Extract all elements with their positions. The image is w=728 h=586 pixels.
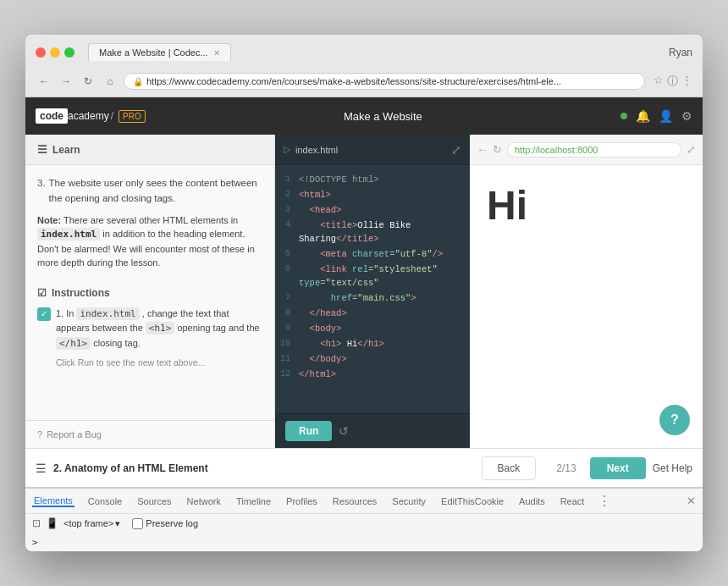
console-cursor: >	[32, 537, 38, 548]
code-editor[interactable]: 1 <!DOCTYPE html> 2 <html> 3 <head> 4 <t…	[275, 165, 470, 413]
left-panel: ☰ Learn 3. The website user only sees th…	[25, 135, 275, 448]
codecademy-logo: code academy / PRO	[36, 108, 146, 124]
traffic-light-yellow[interactable]	[50, 47, 60, 58]
get-help-button[interactable]: Get Help	[653, 462, 692, 474]
nav-home-button[interactable]: ⌂	[102, 73, 119, 90]
code-line: 3 <head>	[275, 202, 470, 218]
preview-reload-button[interactable]: ↻	[493, 143, 502, 156]
report-bug-link[interactable]: ? Report a Bug	[25, 420, 274, 448]
chevron-down-icon[interactable]: ▾	[115, 518, 120, 529]
devtools-tab-react[interactable]: React	[559, 496, 587, 506]
file-tab[interactable]: ▷ index.html	[284, 144, 338, 155]
https-icon: 🔒	[133, 77, 143, 86]
run-button[interactable]: Run	[285, 421, 332, 441]
browser-tab-active[interactable]: Make a Website | Codec... ✕	[88, 43, 231, 61]
devtools-cursor-icon[interactable]: ⊡	[32, 517, 41, 529]
traffic-light-green[interactable]	[64, 47, 74, 58]
logo-slash: /	[111, 110, 113, 122]
devtools-tab-audits[interactable]: Audits	[517, 496, 547, 506]
url-text: https://www.codecademy.com/en/courses/ma…	[146, 76, 561, 86]
frame-selector[interactable]: <top frame> ▾	[63, 518, 120, 529]
nav-reload-button[interactable]: ↻	[80, 73, 97, 90]
learn-header: ☰ Learn	[25, 135, 274, 165]
preserve-log-checkbox[interactable]: Preserve log	[132, 518, 198, 529]
instruction-checkbox: ✓	[37, 307, 51, 321]
preview-url-bar[interactable]: http://localhost:8000	[507, 142, 681, 158]
note-box: Note: There are several other HTML eleme…	[37, 213, 262, 270]
connection-status-dot	[620, 113, 627, 119]
code-line: 11 </body>	[275, 351, 470, 367]
devtools-tab-profiles[interactable]: Profiles	[284, 496, 319, 506]
tab-title: Make a Website | Codec...	[99, 47, 208, 58]
devtools-mobile-icon[interactable]: 📱	[46, 517, 58, 529]
nav-back-button[interactable]: ←	[36, 73, 52, 90]
tab-close-icon[interactable]: ✕	[213, 48, 220, 58]
checkbox-icon: ☑	[37, 285, 47, 301]
devtools-tab-network[interactable]: Network	[185, 496, 223, 506]
code-line: 1 <!DOCTYPE html>	[275, 172, 470, 187]
devtools-toolbar: ⊡ 📱 <top frame> ▾ Preserve log	[25, 514, 703, 533]
code-line: 12 </html>	[275, 367, 470, 382]
url-bar[interactable]: 🔒 https://www.codecademy.com/en/courses/…	[124, 73, 645, 90]
code-line: 5 <meta charset="utf-8"/>	[275, 246, 470, 262]
devtools-tab-resources[interactable]: Resources	[331, 496, 379, 506]
preview-panel: ← ↻ http://localhost:8000 ⤢ Hi ?	[470, 135, 703, 448]
devtools-tab-sources[interactable]: Sources	[135, 496, 173, 506]
devtools-panel: Elements Console Sources Network Timelin…	[25, 487, 703, 551]
devtools-tab-security[interactable]: Security	[390, 496, 427, 506]
help-bubble-button[interactable]: ?	[659, 405, 690, 435]
code-line: 8 </head>	[275, 306, 470, 321]
next-button[interactable]: Next	[590, 457, 646, 479]
devtools-console-content: >	[25, 533, 703, 551]
devtools-tab-elements[interactable]: Elements	[32, 495, 74, 507]
bookmark-icon[interactable]: ☆	[654, 74, 664, 89]
preview-header: ← ↻ http://localhost:8000 ⤢	[470, 135, 703, 165]
learn-icon: ☰	[37, 143, 47, 156]
preview-heading: Hi	[487, 182, 686, 229]
menu-icon[interactable]: ⋮	[681, 74, 692, 89]
preview-back-button[interactable]: ←	[477, 143, 488, 156]
devtools-tab-console[interactable]: Console	[86, 496, 124, 506]
editor-expand-icon[interactable]: ⤢	[451, 143, 461, 157]
nav-forward-button[interactable]: →	[58, 73, 74, 90]
devtools-tabs-bar: Elements Console Sources Network Timelin…	[25, 489, 703, 514]
app-title: Make a Website	[146, 110, 620, 123]
code-line: 7 href="main.css">	[275, 290, 470, 306]
bell-icon[interactable]: 🔔	[636, 109, 650, 123]
code-line: 6 <link rel="stylesheet" type="text/css"	[275, 262, 470, 290]
logo-academy: academy	[68, 110, 109, 122]
hamburger-icon[interactable]: ☰	[36, 462, 47, 475]
logo-code: code	[36, 108, 68, 124]
code-line: 4 <title>Ollie Bike Sharing</title>	[275, 218, 470, 246]
devtools-tab-timeline[interactable]: Timeline	[234, 496, 273, 506]
refresh-icon[interactable]: ↺	[339, 424, 349, 438]
bottom-nav: ☰ 2. Anatomy of an HTML Element Back 2/1…	[25, 448, 703, 487]
file-icon: ▷	[284, 144, 290, 155]
learn-label: Learn	[52, 144, 80, 156]
instruction-item-1: ✓ 1. In index.html , change the text tha…	[37, 307, 262, 351]
gear-icon[interactable]: ⚙	[681, 109, 692, 123]
editor-panel: ▷ index.html ⤢ 1 <!DOCTYPE html> 2 <html…	[275, 135, 470, 448]
progress-indicator: 2/13	[556, 462, 576, 474]
info-icon[interactable]: ⓘ	[667, 74, 678, 89]
devtools-more-icon[interactable]: ⋮	[598, 493, 611, 509]
back-button[interactable]: Back	[482, 456, 537, 480]
editor-header: ▷ index.html ⤢	[275, 135, 470, 165]
user-icon[interactable]: 👤	[659, 109, 673, 123]
traffic-light-red[interactable]	[36, 47, 46, 58]
preview-body: Hi ?	[470, 165, 703, 448]
learn-item-3: 3. The website user only sees the conten…	[37, 175, 262, 207]
browser-user: Ryan	[669, 47, 692, 58]
code-line: 9 <body>	[275, 321, 470, 336]
instruction-hint: Click Run to see the new text above...	[37, 356, 262, 370]
lesson-title: 2. Anatomy of an HTML Element	[53, 462, 482, 474]
instructions-header: ☑ Instructions	[37, 279, 262, 307]
preview-expand-icon[interactable]: ⤢	[687, 143, 696, 156]
logo-pro: PRO	[119, 110, 146, 123]
devtools-close-icon[interactable]: ✕	[687, 495, 696, 507]
code-line: 10 <h1> Hi</h1>	[275, 336, 470, 351]
code-line: 2 <html>	[275, 187, 470, 202]
editor-footer: Run ↺	[275, 413, 470, 448]
file-name: index.html	[295, 145, 338, 155]
devtools-tab-editthiscookie[interactable]: EditThisCookie	[439, 496, 505, 506]
